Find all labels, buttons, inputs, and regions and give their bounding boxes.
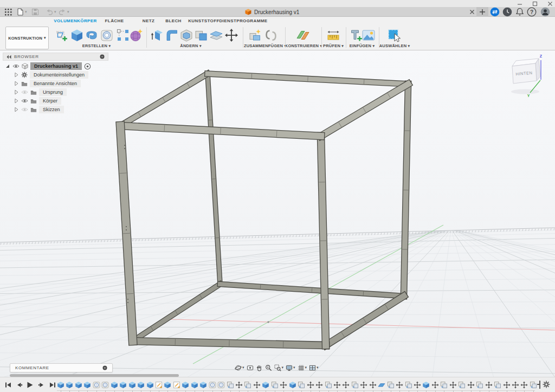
browser-node-label[interactable]: Benannte Ansichten bbox=[30, 80, 81, 87]
timeline-feature-extrude[interactable] bbox=[164, 381, 171, 389]
group-label-2[interactable]: ZUSAMMENFÜGEN ▾ bbox=[244, 43, 286, 48]
maximize-icon[interactable] bbox=[532, 1, 538, 7]
redo-icon[interactable] bbox=[59, 8, 66, 16]
timeline-feature-component[interactable] bbox=[387, 381, 395, 389]
expand-open-icon[interactable] bbox=[5, 63, 10, 69]
timeline-feature-component[interactable] bbox=[440, 381, 448, 389]
browser-node-label[interactable]: Druckerhausing v1 bbox=[30, 62, 82, 70]
close-icon[interactable] bbox=[547, 1, 553, 7]
browser-node-label[interactable]: Skizzen bbox=[39, 106, 64, 113]
nav-pan[interactable] bbox=[256, 364, 263, 371]
timeline-feature-move[interactable] bbox=[414, 381, 421, 389]
timeline-feature-component[interactable] bbox=[351, 381, 359, 389]
timeline-feature-extrude[interactable] bbox=[57, 381, 64, 389]
group-label-5[interactable]: EINFÜGEN ▾ bbox=[350, 43, 375, 48]
ribbon-tab-netz[interactable]: NETZ bbox=[143, 18, 155, 23]
browser-row-5[interactable]: Skizzen bbox=[3, 105, 122, 114]
activate-target-icon[interactable] bbox=[84, 63, 91, 70]
offset-face-icon[interactable] bbox=[209, 28, 223, 42]
expand-closed-icon[interactable] bbox=[14, 72, 19, 78]
timeline-step-forward-button[interactable] bbox=[38, 381, 46, 389]
extrude-icon[interactable] bbox=[70, 28, 84, 42]
timeline-feature-move[interactable] bbox=[520, 381, 528, 389]
browser-row-4[interactable]: Körper bbox=[3, 97, 122, 105]
eye-off-icon[interactable] bbox=[21, 106, 28, 113]
nav-viewports[interactable]: ▾ bbox=[309, 364, 319, 371]
undo-icon[interactable] bbox=[46, 8, 53, 16]
group-label-3[interactable]: KONSTRUIEREN ▾ bbox=[285, 43, 322, 48]
nav-display-settings[interactable]: ▾ bbox=[286, 364, 295, 371]
timeline-feature-hole[interactable] bbox=[93, 381, 100, 389]
document-tab[interactable]: Druckerhausing v1 bbox=[245, 7, 299, 17]
chevron-down-icon[interactable]: ▾ bbox=[54, 10, 56, 14]
group-label-4[interactable]: PRÜFEN ▾ bbox=[323, 43, 344, 48]
timeline-feature-component[interactable] bbox=[405, 381, 412, 389]
save-icon[interactable] bbox=[31, 8, 39, 16]
timeline-feature-hole[interactable] bbox=[209, 381, 216, 389]
browser-row-1[interactable]: Dokumenteinstellungen bbox=[3, 70, 122, 79]
browser-row-0[interactable]: Druckerhausing v1 bbox=[3, 62, 122, 70]
group-label-6[interactable]: AUSWÄHLEN ▾ bbox=[379, 43, 410, 48]
select-icon[interactable] bbox=[387, 28, 401, 42]
timeline-feature-component[interactable] bbox=[325, 381, 332, 389]
create-sketch-icon[interactable] bbox=[54, 28, 68, 42]
browser-node-label[interactable]: Körper bbox=[39, 97, 61, 105]
timeline-feature-move[interactable] bbox=[369, 381, 377, 389]
group-label-1[interactable]: ÄNDERN ▾ bbox=[180, 43, 201, 48]
expand-closed-icon[interactable] bbox=[14, 81, 19, 86]
ribbon-tab-dienstprogramme[interactable]: DIENSTPROGRAMME bbox=[219, 18, 267, 23]
new-component-icon[interactable] bbox=[248, 28, 262, 42]
joint-icon[interactable] bbox=[264, 28, 278, 42]
timeline-feature-move[interactable] bbox=[333, 381, 341, 389]
timeline-feature-extrude[interactable] bbox=[137, 381, 145, 389]
timeline-feature-component[interactable] bbox=[244, 381, 251, 389]
timeline-feature-hole[interactable] bbox=[217, 381, 225, 389]
ribbon-tab-volumenkörper[interactable]: VOLUMENKÖRPER bbox=[54, 18, 96, 23]
browser-row-2[interactable]: Benannte Ansichten bbox=[3, 79, 122, 88]
browser-row-3[interactable]: Ursprung bbox=[3, 88, 122, 97]
combine-icon[interactable] bbox=[194, 28, 208, 42]
fillet-icon[interactable] bbox=[165, 28, 179, 42]
eye-icon[interactable] bbox=[21, 98, 28, 104]
browser-panel-header[interactable]: BROWSER bbox=[3, 53, 108, 61]
timeline-feature-component[interactable] bbox=[494, 381, 501, 389]
nav-orbit[interactable]: ▾ bbox=[235, 364, 244, 371]
timeline-feature-move[interactable] bbox=[307, 381, 314, 389]
job-status-icon[interactable] bbox=[502, 7, 512, 17]
timeline-settings-gear-icon[interactable] bbox=[543, 381, 550, 388]
timeline-feature-move[interactable] bbox=[360, 381, 367, 389]
chevron-down-icon[interactable]: ▾ bbox=[25, 10, 27, 14]
timeline-feature-extrude[interactable] bbox=[128, 381, 136, 389]
chevron-down-icon[interactable]: ▾ bbox=[67, 10, 69, 14]
timeline-feature-move[interactable] bbox=[235, 381, 243, 389]
revolve-icon[interactable] bbox=[85, 28, 99, 42]
timeline-feature-extrude[interactable] bbox=[191, 381, 198, 389]
expand-closed-icon[interactable] bbox=[14, 89, 19, 95]
sync-status-icon[interactable] bbox=[490, 7, 500, 17]
timeline-position-marker[interactable] bbox=[537, 381, 541, 389]
timeline-feature-sketch[interactable] bbox=[173, 381, 180, 389]
insert-image-icon[interactable] bbox=[362, 28, 376, 42]
timeline-feature-move[interactable] bbox=[485, 381, 493, 389]
browser-node-label[interactable]: Dokumenteinstellungen bbox=[30, 71, 88, 79]
timeline-feature-move[interactable] bbox=[396, 381, 403, 389]
help-icon[interactable]: ? bbox=[527, 7, 537, 17]
timeline-feature-component[interactable] bbox=[227, 381, 234, 389]
timeline-step-back-button[interactable] bbox=[15, 381, 23, 389]
timeline-skip-end-button[interactable] bbox=[49, 381, 56, 389]
hole-icon[interactable] bbox=[100, 28, 114, 42]
timeline-feature-extrude[interactable] bbox=[289, 381, 296, 389]
expand-closed-icon[interactable] bbox=[14, 98, 19, 104]
new-tab-button[interactable] bbox=[476, 7, 488, 17]
construction-plane-icon[interactable] bbox=[296, 28, 310, 42]
panel-display-toggle-icon[interactable] bbox=[100, 54, 105, 59]
comments-panel[interactable]: KOMMENTARE bbox=[10, 363, 113, 372]
timeline-feature-extrude[interactable] bbox=[83, 381, 91, 389]
timeline-play-button[interactable] bbox=[26, 381, 34, 389]
minimize-icon[interactable] bbox=[517, 1, 522, 7]
ribbon-tab-blech[interactable]: BLECH bbox=[165, 18, 182, 23]
eye-off-icon[interactable] bbox=[21, 89, 28, 95]
timeline-feature-move[interactable] bbox=[280, 381, 287, 389]
timeline-feature-move[interactable] bbox=[449, 381, 457, 389]
timeline-skip-start-button[interactable] bbox=[4, 381, 12, 389]
